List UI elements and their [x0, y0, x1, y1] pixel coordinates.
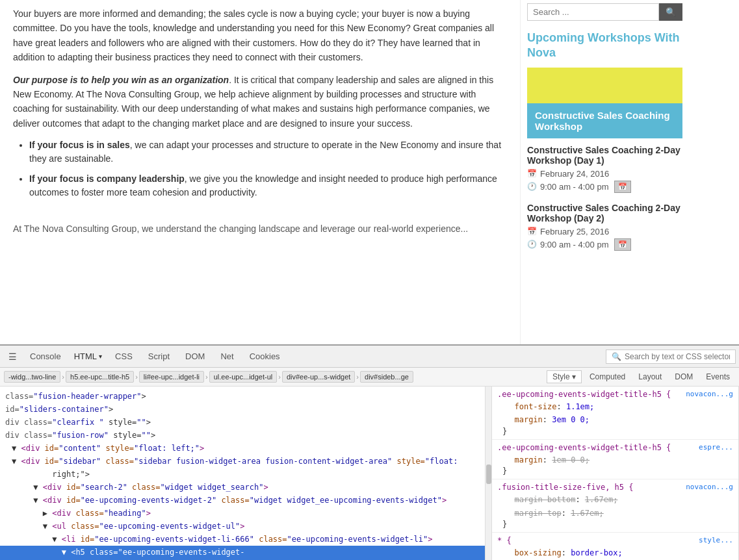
style-tab-computed[interactable]: Computed: [584, 370, 630, 383]
search-icon: 🔍: [612, 352, 621, 361]
list-item-leadership: If your focus is company leadership, we …: [29, 172, 507, 199]
devtools-body: class="fusion-header-wrapper"> id="slide…: [0, 387, 739, 560]
event1-date: February 24, 2016: [540, 169, 609, 179]
workshop-image: [527, 68, 682, 103]
html-tab-arrow: ▾: [99, 353, 102, 360]
breadcrumb-5[interactable]: div#sideb...ge: [360, 371, 413, 383]
rule2-source-row: .ee-upcoming-events-widget-title-h5 { es…: [497, 443, 733, 452]
purpose-paragraph: Our purpose is to help you win as an org…: [13, 73, 507, 131]
style-tab-layout[interactable]: Layout: [633, 370, 667, 383]
main-content: Your buyers are more informed and demand…: [0, 0, 520, 344]
rule3-source-row: .fusion-title-size-five, h5 { novacon...…: [497, 483, 733, 492]
purpose-bold: Our purpose is to help you win as an org…: [13, 75, 229, 85]
devtools-search-bar: 🔍: [606, 350, 736, 364]
html-line-3: div class="fusion-row" style="">: [0, 429, 485, 442]
workshop-event-2: Constructive Sales Coaching 2-Day Worksh…: [527, 203, 682, 251]
calendar-icon-1: 📅: [527, 169, 537, 178]
breadcrumb-1[interactable]: h5.ee-upc...title-h5: [66, 371, 134, 383]
breadcrumb-2[interactable]: li#ee-upc...idget-li: [139, 371, 204, 383]
style-tab-dom[interactable]: DOM: [669, 370, 698, 383]
event1-title: Constructive Sales Coaching 2-Day Worksh…: [527, 145, 682, 166]
html-line-10: ▼ <ul class="ee-upcoming-events-widget-u…: [0, 520, 485, 533]
html-line-0: class="fusion-header-wrapper">: [0, 390, 485, 403]
html-line-2: div class="clearfix " style="">: [0, 416, 485, 429]
devtools-toolbar: ☰ Console HTML ▾ CSS Script DOM Net Cook…: [0, 346, 739, 368]
style-rule-4: * { style... box-sizing: border-box; }: [492, 533, 738, 560]
breadcrumb-4[interactable]: div#ee-up...s-widget: [282, 371, 355, 383]
rule3-close: }: [497, 520, 733, 529]
html-line-5: ▼ <div id="sidebar" class="sidebar fusio…: [0, 455, 485, 468]
add-calendar-2[interactable]: 📅: [614, 238, 631, 251]
calendar-icon-2: 📅: [527, 227, 537, 236]
leadership-bold: If your focus is company leadership: [29, 173, 185, 184]
event2-time: 9:00 am - 4:00 pm: [540, 240, 609, 249]
html-scrollbar[interactable]: [486, 387, 492, 560]
rule3-prop-margintop: margin-top: 1.67em;: [505, 507, 733, 520]
tab-dom[interactable]: DOM: [177, 348, 213, 365]
tab-css[interactable]: CSS: [107, 348, 140, 365]
tab-cookies[interactable]: Cookies: [242, 348, 288, 365]
intro-paragraph: Your buyers are more informed and demand…: [13, 6, 507, 65]
breadcrumb-bar: -widg...two-line › h5.ee-upc...title-h5 …: [0, 368, 739, 387]
event2-time-row: 🕐 9:00 am - 4:00 pm 📅: [527, 238, 682, 251]
rule4-source[interactable]: style...: [699, 536, 733, 545]
rule2-close: }: [497, 466, 733, 476]
devtools-search-input[interactable]: [625, 352, 730, 361]
html-line-6: right;">: [0, 468, 485, 481]
rule1-close: }: [497, 427, 733, 436]
sidebar: 🔍 Upcoming Workshops With Nova Construct…: [520, 0, 689, 344]
rule2-prop-margin: margin: 1em 0 0;: [505, 453, 733, 466]
event2-date: February 25, 2016: [540, 227, 609, 236]
rule1-prop-fontsize: font-size: 1.1em;: [505, 400, 733, 413]
focus-list: If your focus is in sales, we can adapt …: [29, 138, 507, 199]
html-line-9: ▶ <div class="heading">: [0, 507, 485, 520]
paragraph3: At The Nova Consulting Group, we underst…: [13, 222, 507, 235]
event2-title: Constructive Sales Coaching 2-Day Worksh…: [527, 203, 682, 223]
search-bar: 🔍: [527, 3, 682, 21]
tab-net[interactable]: Net: [213, 348, 241, 365]
list-item-sales: If your focus is in sales, we can adapt …: [29, 138, 507, 166]
add-calendar-1[interactable]: 📅: [614, 181, 631, 193]
rule3-prop-marginbottom: margin-bottom: 1.67em;: [505, 493, 733, 506]
tab-html[interactable]: HTML ▾: [69, 351, 107, 361]
devtools-panel: ☰ Console HTML ▾ CSS Script DOM Net Cook…: [0, 344, 739, 560]
style-rule-2: .ee-upcoming-events-widget-title-h5 { es…: [492, 440, 738, 479]
event2-date-row: 📅 February 25, 2016: [527, 227, 682, 236]
search-input[interactable]: [527, 3, 659, 21]
styles-panel: .ee-upcoming-events-widget-title-h5 { no…: [492, 387, 739, 560]
rule1-source[interactable]: novacon...g: [686, 390, 733, 399]
rule3-selector: .fusion-title-size-five, h5 {: [497, 483, 634, 492]
upcoming-title: Upcoming Workshops With Nova: [527, 31, 682, 61]
style-rule-3: .fusion-title-size-five, h5 { novacon...…: [492, 479, 738, 533]
html-line-1: id="sliders-container">: [0, 403, 485, 416]
html-line-7: ▼ <div id="search-2" class="widget widge…: [0, 481, 485, 494]
clock-icon-2: 🕐: [527, 240, 537, 249]
rule3-source[interactable]: novacon...g: [686, 483, 733, 492]
rule4-prop-boxsizing: box-sizing: border-box;: [505, 546, 733, 559]
clock-icon-1: 🕐: [527, 182, 537, 191]
workshop-event-1: Constructive Sales Coaching 2-Day Worksh…: [527, 145, 682, 193]
html-line-12[interactable]: ▼ <h5 class="ee-upcoming-events-widget- …: [0, 546, 485, 560]
sales-bold: If your focus is in sales: [29, 140, 130, 150]
search-button[interactable]: 🔍: [659, 3, 682, 21]
breadcrumb-0[interactable]: -widg...two-line: [4, 371, 60, 383]
rule4-source-row: * { style...: [497, 536, 733, 545]
tab-console[interactable]: Console: [22, 348, 69, 365]
breadcrumb-3[interactable]: ul.ee-upc...idget-ul: [209, 371, 278, 383]
html-panel: class="fusion-header-wrapper"> id="slide…: [0, 387, 486, 560]
tab-script[interactable]: Script: [140, 348, 177, 365]
rule4-selector: * {: [497, 536, 512, 545]
html-line-4: ▼ <div id="content" style="float: left;"…: [0, 442, 485, 455]
style-tab-events[interactable]: Events: [701, 370, 735, 383]
rule2-selector: .ee-upcoming-events-widget-title-h5 {: [497, 443, 671, 452]
rule2-source[interactable]: espre...: [699, 443, 733, 452]
scrollbar-thumb: [486, 465, 491, 484]
rule1-selector: .ee-upcoming-events-widget-title-h5 {: [497, 390, 671, 399]
workshop-highlight[interactable]: Constructive Sales Coaching Workshop: [527, 103, 682, 138]
event1-time: 9:00 am - 4:00 pm: [540, 182, 609, 192]
devtools-menu-icon[interactable]: ☰: [3, 351, 22, 362]
event1-time-row: 🕐 9:00 am - 4:00 pm 📅: [527, 181, 682, 193]
event1-date-row: 📅 February 24, 2016: [527, 169, 682, 179]
style-tab-style[interactable]: Style ▾: [547, 370, 582, 383]
html-line-8: ▼ <div id="ee-upcoming-events-widget-2" …: [0, 494, 485, 507]
